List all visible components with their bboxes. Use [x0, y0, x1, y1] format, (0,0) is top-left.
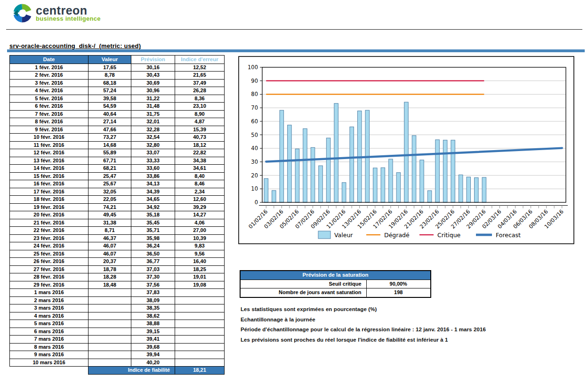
table-cell: 9 févr. 2016 — [10, 126, 89, 134]
y-tick-label: 60 — [251, 118, 258, 125]
table-cell: 3 mars 2016 — [10, 304, 89, 312]
table-cell: 32,54 — [131, 134, 175, 142]
table-cell: 7 mars 2016 — [10, 336, 89, 344]
table-cell: 30,96 — [131, 87, 175, 95]
forecast-table-header: Date Valeur Prévision Indice d'erreur — [10, 56, 225, 64]
value-bar — [396, 173, 401, 202]
report-notes: Les statistiques sont exprimées en pourc… — [241, 306, 486, 347]
legend-label-forecast: Forecast — [496, 232, 521, 239]
table-cell: 6 févr. 2016 — [10, 103, 89, 111]
table-cell: 7 févr. 2016 — [10, 110, 89, 118]
table-cell: 23,10 — [175, 103, 225, 111]
saturation-row-label: Seuil critique — [240, 280, 366, 288]
value-bar — [427, 191, 432, 202]
table-cell: 20,37 — [89, 258, 131, 266]
value-bar — [326, 138, 330, 202]
col-header-valeur: Valeur — [89, 56, 131, 64]
table-cell: 11 févr. 2016 — [10, 141, 89, 149]
table-cell: 19,08 — [175, 281, 225, 289]
table-row: 1 mars 201637,83 — [10, 289, 225, 297]
saturation-row-value: 198 — [366, 288, 431, 297]
table-cell: 16 févr. 2016 — [10, 180, 89, 188]
table-cell: 27,00 — [175, 227, 225, 235]
table-cell: 38,35 — [131, 304, 175, 312]
table-row: 6 mars 201639,15 — [10, 328, 225, 336]
value-bar — [295, 149, 299, 202]
saturation-title: Prévision de la saturation — [240, 271, 431, 280]
table-cell: 30,69 — [131, 79, 175, 87]
table-cell: 33,60 — [131, 165, 175, 173]
value-bar — [451, 140, 455, 202]
table-cell: 33,86 — [131, 172, 175, 180]
table-cell: 8,36 — [175, 95, 225, 103]
value-bar — [264, 178, 268, 202]
value-bar — [373, 168, 378, 202]
value-bar — [412, 136, 416, 202]
table-row: 29 févr. 201618,4837,5619,08 — [10, 281, 225, 289]
value-bar — [311, 147, 315, 202]
legend-swatch-valeur — [318, 231, 330, 239]
table-cell: 1 mars 2016 — [10, 289, 89, 297]
value-bar — [288, 125, 292, 202]
table-row: 25 févr. 201646,0736,509,56 — [10, 250, 225, 258]
brand-name: centreon — [36, 5, 101, 16]
table-row: 3 févr. 201668,1830,6937,49 — [10, 79, 225, 87]
table-cell: 37,56 — [131, 281, 175, 289]
table-cell: 46,37 — [89, 234, 131, 242]
table-cell: 67,71 — [89, 157, 131, 165]
table-cell: 4,06 — [175, 219, 225, 227]
table-cell — [89, 312, 131, 320]
table-cell: 46,07 — [89, 250, 131, 258]
table-cell: 49,45 — [89, 211, 131, 219]
forecast-table-body: Date Valeur Prévision Indice d'erreur 1 … — [10, 56, 225, 375]
table-row: 15 févr. 201625,4733,868,40 — [10, 172, 225, 180]
table-cell: 47,66 — [89, 126, 131, 134]
col-header-indice-erreur: Indice d'erreur — [175, 56, 225, 64]
table-cell — [89, 343, 131, 351]
table-cell: 74,21 — [89, 203, 131, 211]
y-tick-label: 70 — [251, 104, 258, 111]
reliability-footer-row: Indice de fiabilité 18,21 — [10, 367, 225, 375]
table-cell — [175, 336, 225, 344]
table-cell — [175, 320, 225, 328]
value-bar — [381, 168, 385, 202]
table-cell: 39,15 — [131, 328, 175, 336]
table-cell: 37,49 — [175, 79, 225, 87]
table-cell: 37,83 — [131, 289, 175, 297]
legend-label-valeur: Valeur — [334, 232, 353, 239]
table-row: 10 févr. 201673,2732,5440,73 — [10, 134, 225, 142]
value-bar — [303, 128, 307, 202]
table-cell: 30,16 — [131, 64, 175, 72]
table-cell: 32,28 — [131, 126, 175, 134]
table-cell: 9,83 — [175, 242, 225, 250]
table-cell: 10 mars 2016 — [10, 359, 89, 367]
value-bar — [280, 110, 284, 202]
table-cell: 54,59 — [89, 103, 131, 111]
table-cell: 19,01 — [175, 273, 225, 281]
brand-tagline: business intelligence — [36, 15, 101, 22]
y-tick-label: 90 — [251, 78, 258, 84]
table-cell: 31,75 — [131, 110, 175, 118]
table-cell — [175, 328, 225, 336]
table-cell: 46,07 — [89, 242, 131, 250]
table-row: 10 mars 201640,20 — [10, 359, 225, 367]
value-bar — [467, 177, 471, 202]
value-bar — [319, 166, 323, 202]
table-row: 9 févr. 201647,6632,2815,39 — [10, 126, 225, 134]
table-row: 22 févr. 20168,7135,7127,00 — [10, 227, 225, 235]
table-cell: 17,65 — [89, 64, 131, 72]
table-cell: 39,41 — [131, 336, 175, 344]
table-cell: 15,39 — [175, 126, 225, 134]
table-cell: 17 févr. 2016 — [10, 188, 89, 196]
table-cell: 73,27 — [89, 134, 131, 142]
table-cell: 32,05 — [89, 188, 131, 196]
table-cell: 8,46 — [175, 180, 225, 188]
table-cell: 34,39 — [131, 188, 175, 196]
table-cell: 10,39 — [175, 234, 225, 242]
table-cell: 15 févr. 2016 — [10, 172, 89, 180]
table-cell: 29 févr. 2016 — [10, 281, 89, 289]
saturation-table: Prévision de la saturation Seuil critiqu… — [240, 270, 431, 298]
table-cell: 23 févr. 2016 — [10, 234, 89, 242]
table-row: 13 févr. 201667,7133,3334,38 — [10, 157, 225, 165]
header-divider — [6, 29, 582, 30]
